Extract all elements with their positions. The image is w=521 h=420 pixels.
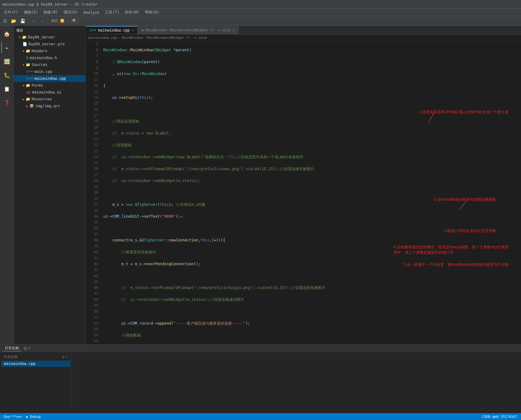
menu-analyze[interactable]: Analyze (81, 10, 102, 15)
toolbar-back[interactable]: ← (31, 18, 38, 24)
search-bar[interactable]: 🔍 (70, 18, 79, 23)
sidebar-icon-design[interactable]: 🖼️ (1, 56, 13, 67)
menu-help[interactable]: 帮助(H) (142, 9, 162, 16)
open-docs-panel: 打开文档 ⊡ × mainwindow.cpp (0, 352, 72, 413)
bottom-panel: 打开文档 ⊡ × 打开文档 ⊡ × mainwindow.cpp (0, 344, 521, 413)
toolbar: ☰ 📂 💾 ← → 项目 🔽 🔍 (0, 16, 521, 26)
tree-item-forms[interactable]: ▼ 📁 Forms (14, 82, 85, 89)
title-bar: mainwindow.cpp @ Day04_server - Qt Creat… (0, 0, 521, 9)
folder-icon-headers: 📁 (26, 49, 30, 53)
toolbar-save[interactable]: 💾 (19, 18, 27, 24)
sidebar-icon-project[interactable]: 📋 (1, 83, 13, 94)
toolbar-sep3 (68, 18, 68, 24)
label-mainwindow-cpp: mainwindow.cpp (34, 76, 66, 81)
tab-close-breadcrumb[interactable]: × (232, 28, 234, 32)
breadcrumb-bar: mainwindow.cpp › MainWindow::MainWindow(… (86, 34, 521, 41)
editor-area: c++ mainwindow.cpp × ◆ MainWindow::MainW… (86, 26, 521, 344)
tab-bar: c++ mainwindow.cpp × ◆ MainWindow::MainW… (86, 26, 521, 34)
label-headers: Headers (32, 49, 48, 53)
toolbar-sep1 (28, 18, 29, 24)
file-icon-header: h (26, 56, 28, 60)
label-sources: Sources (32, 63, 48, 67)
tab-breadcrumb-label: ◆ MainWindow::MainWindow(QWidget *) -> v… (141, 28, 231, 32)
window-title: mainwindow.cpp @ Day04_server - Qt Creat… (3, 2, 97, 7)
bottom-right (72, 352, 521, 413)
file-icon-pro: 📄 (23, 42, 27, 46)
tree-item-mainwindow-cpp[interactable]: c++ mainwindow.cpp (14, 75, 85, 82)
tree-item-main-cpp[interactable]: c++ main.cpp (14, 68, 85, 75)
bottom-tab-open-docs[interactable]: 打开文档 (3, 345, 21, 352)
label-day04server: Day04_server (28, 35, 55, 39)
folder-icon-resources: 📁 (26, 97, 30, 101)
menu-control[interactable]: 控件(W) (122, 9, 142, 16)
open-docs-icons: ⊡ × (62, 355, 68, 359)
label-main-cpp: main.cpp (34, 69, 53, 74)
status-project: Day***ver (4, 415, 23, 419)
label-img-qrc: img/img.qrc (35, 104, 60, 108)
project-title: 项目 (14, 27, 85, 34)
tree-item-mainwindow-ui[interactable]: ui mainwindow.ui (14, 89, 85, 96)
arrow-headers: ▼ (23, 49, 24, 53)
open-docs-title: 打开文档 ⊡ × (1, 353, 70, 361)
bottom-panel-close[interactable]: × (28, 346, 30, 351)
file-icon-mainwindow-cpp: c++ (26, 76, 33, 81)
toolbar-new[interactable]: ☰ (2, 18, 8, 24)
tab-close-mainwindow-cpp[interactable]: × (132, 29, 134, 32)
folder-icon-sources: 📁 (26, 63, 30, 67)
toolbar-open[interactable]: 📂 (10, 18, 18, 24)
arrow-forms: ▼ (23, 84, 24, 87)
tab-mainwindow-cpp[interactable]: c++ mainwindow.cpp × (86, 26, 138, 34)
file-icon-ui: ui (26, 90, 31, 94)
status-left: Day***ver ▶ Debug (4, 415, 41, 419)
label-pro: Day04_server.pro (28, 42, 65, 46)
arrow-sources: ▼ (23, 63, 24, 67)
status-bar: Day***ver ▶ Debug CSDN @m0_55174167 (0, 413, 521, 420)
sidebar-icon-welcome[interactable]: 🏠 (1, 28, 13, 39)
folder-icon-day04server: 📁 (22, 35, 27, 39)
arrow-resources: ▶ (23, 98, 24, 101)
code-content[interactable]: MainWindow::MainWindow(QWidget *parent) … (101, 41, 521, 344)
tab-label-mainwindow-cpp: c++ (89, 28, 96, 33)
status-right: CSDN @m0_55174167 (482, 415, 517, 419)
sidebar-icons: 🏠 ✏️ 🖼️ 🐛 📋 ❓ (0, 26, 14, 344)
tree-item-day04server[interactable]: ▼ 📁 Day04_server (14, 34, 85, 41)
menu-bar: 文件(F) 编辑(E) 构建(B) 调试(D) Analyze 工具(T) 控件… (0, 9, 521, 16)
menu-edit[interactable]: 编辑(E) (21, 9, 41, 16)
menu-build[interactable]: 构建(B) (41, 9, 60, 16)
sidebar-icon-edit[interactable]: ✏️ (1, 42, 13, 53)
sidebar-icon-help[interactable]: ❓ (1, 97, 13, 108)
code-container: 5678910111213141516171819202122232425262… (86, 41, 521, 344)
open-doc-mainwindow-cpp[interactable]: mainwindow.cpp (1, 361, 70, 367)
menu-tools[interactable]: 工具(T) (102, 9, 122, 16)
tree-item-headers[interactable]: ▼ 📁 Headers (14, 48, 85, 54)
menu-file[interactable]: 文件(F) (1, 9, 21, 16)
tab-breadcrumb[interactable]: ◆ MainWindow::MainWindow(QWidget *) -> v… (138, 26, 238, 34)
tree-item-sources[interactable]: ▼ 📁 Sources (14, 61, 85, 68)
sidebar-icon-debug[interactable]: 🐛 (1, 69, 13, 81)
breadcrumb-function: MainWindow::MainWindow(QWidget *) -> voi… (122, 36, 207, 40)
label-mainwindow-ui: mainwindow.ui (32, 90, 61, 94)
line-numbers: 5678910111213141516171819202122232425262… (86, 41, 101, 344)
arrow-day04server: ▼ (19, 36, 21, 39)
open-docs-label: 打开文档 (4, 355, 18, 359)
project-tree: 项目 ▼ 📁 Day04_server 📄 Day04_server.pro ▼… (14, 26, 85, 344)
bottom-tab-bar: 打开文档 ⊡ × (0, 345, 521, 352)
project-sidebar: 项目 ▼ 📁 Day04_server 📄 Day04_server.pro ▼… (14, 26, 86, 344)
tree-item-mainwindow-h[interactable]: h mainwindow.h (14, 54, 85, 61)
toolbar-sep2 (48, 18, 48, 24)
status-csdn: CSDN @m0_55174167 (482, 415, 517, 419)
status-mode: ▶ Debug (26, 415, 41, 419)
bottom-content: 打开文档 ⊡ × mainwindow.cpp (0, 352, 521, 413)
label-mainwindow-h: mainwindow.h (30, 56, 57, 60)
breadcrumb-sep: › (119, 36, 121, 40)
menu-debug[interactable]: 调试(D) (61, 9, 80, 16)
toolbar-file-label: 项目 🔽 (50, 18, 66, 23)
folder-icon-forms: 📁 (26, 83, 30, 88)
tree-item-img-qrc[interactable]: ▶ 📦 img/img.qrc (14, 103, 85, 109)
toolbar-forward[interactable]: → (39, 18, 46, 24)
breadcrumb-file: mainwindow.cpp (88, 36, 117, 40)
bottom-panel-float[interactable]: ⊡ (24, 346, 27, 351)
tree-item-resources[interactable]: ▶ 📁 Resources (14, 96, 85, 103)
tree-item-pro[interactable]: 📄 Day04_server.pro (14, 41, 85, 48)
main-area: 🏠 ✏️ 🖼️ 🐛 📋 ❓ 项目 ▼ 📁 Day04_server 📄 Day0… (0, 26, 521, 344)
